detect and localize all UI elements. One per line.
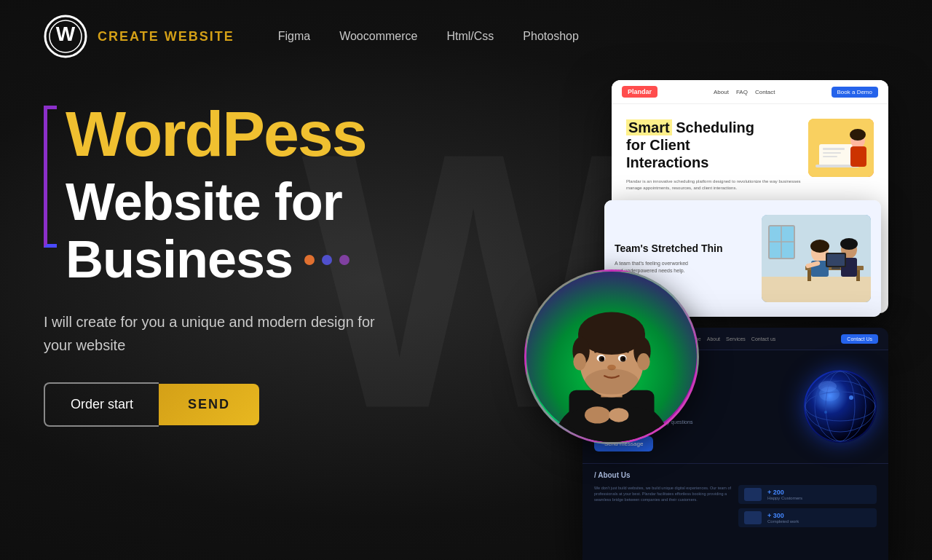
svg-point-8 <box>850 129 866 141</box>
person-circle <box>524 269 699 444</box>
preview-dark-about-title: / About Us <box>594 471 877 479</box>
preview-dark-about-section: / About Us We don't just build websites,… <box>582 463 888 535</box>
preview-nav-faq: FAQ <box>736 89 748 95</box>
dark-nav-services: Services <box>726 336 746 342</box>
preview-mid-title: Team's Stretched Thin <box>615 242 751 254</box>
svg-point-27 <box>840 238 858 250</box>
svg-point-40 <box>849 395 853 400</box>
svg-rect-7 <box>850 146 866 167</box>
preview-dark-stat-2: + 300 Completed work <box>738 508 877 527</box>
nav-link-woocommerce[interactable]: Woocommerce <box>339 30 417 43</box>
preview-nav-contact: Contact <box>755 89 775 95</box>
svg-point-34 <box>805 371 875 441</box>
preview-top-hero-title: Smart Schedulingfor ClientInteractions <box>626 119 801 171</box>
preview-dark-about-grid: We don't just build websites, we build u… <box>594 485 877 527</box>
preview-top-navbar: Plandar About FAQ Contact Book a Demo <box>612 80 888 104</box>
svg-point-62 <box>601 358 604 360</box>
headline-bracket-wrapper: WordPess Website for Business <box>44 102 510 288</box>
svg-rect-31 <box>832 267 840 269</box>
main-content: WordPess Website for Business I will cre… <box>0 73 932 560</box>
preview-top-illustration <box>808 119 874 177</box>
svg-point-49 <box>609 408 628 422</box>
svg-point-56 <box>573 353 586 370</box>
brand-name: CREATE WEBSITE <box>98 29 234 44</box>
svg-rect-10 <box>823 152 841 154</box>
svg-rect-53 <box>578 334 645 344</box>
send-button[interactable]: SEND <box>159 384 259 425</box>
stat-1-info: + 200 Happy Customers <box>767 489 802 500</box>
preview-dark-globe <box>804 370 877 443</box>
preview-top-nav-items: About FAQ Contact <box>714 89 775 95</box>
svg-rect-4 <box>819 144 856 166</box>
nav-link-figma[interactable]: Figma <box>278 30 310 43</box>
svg-rect-13 <box>762 277 871 302</box>
svg-point-63 <box>623 358 625 360</box>
svg-point-65 <box>585 369 639 395</box>
headline-wordpress: WordPess <box>66 102 510 166</box>
svg-point-39 <box>819 387 840 401</box>
svg-point-23 <box>810 240 829 253</box>
stat-1-num: + 200 <box>767 489 802 496</box>
stat-2-label: Completed work <box>767 519 799 524</box>
preview-dark-stat-1: + 200 Happy Customers <box>738 485 877 504</box>
stat-1-label: Happy Customers <box>767 496 802 500</box>
preview-dark-cta-btn: Contact Us <box>841 334 878 344</box>
preview-top-cta: Book a Demo <box>832 87 878 98</box>
svg-rect-20 <box>807 270 811 281</box>
right-section: Plandar About FAQ Contact Book a Demo Sm… <box>510 80 888 560</box>
order-start-button[interactable]: Order start <box>44 382 159 427</box>
globe-svg <box>804 370 877 443</box>
dark-nav-contact: Contact us <box>751 336 775 342</box>
dark-nav-about: About <box>707 336 720 342</box>
svg-point-41 <box>824 411 827 414</box>
svg-point-57 <box>637 353 650 370</box>
preview-dark-about-body: We don't just build websites, we build u… <box>594 485 732 527</box>
headline-business-text: Business <box>66 231 293 288</box>
preview-top-hero-body: Plandar is an innovative scheduling plat… <box>626 178 801 192</box>
nav-links: Figma Woocommerce Html/Css Photoshop <box>278 30 579 43</box>
svg-text:W: W <box>56 23 76 45</box>
svg-point-48 <box>585 406 610 423</box>
dots-decoration <box>304 255 350 265</box>
stat-2-num: + 300 <box>767 512 799 519</box>
preview-mid-text: Team's Stretched Thin A team that's feel… <box>615 242 751 275</box>
dot-orange <box>304 255 315 265</box>
preview-dark-nav-items: Home About Services Contact us <box>687 336 775 342</box>
stat-thumb-1 <box>744 488 762 501</box>
nav-link-photoshop[interactable]: Photoshop <box>523 30 579 43</box>
navbar: W CREATE WEBSITE Figma Woocommerce Html/… <box>0 0 932 73</box>
headline-business: Business <box>66 231 510 288</box>
svg-rect-30 <box>827 254 845 266</box>
preview-top-hero-text: Smart Schedulingfor ClientInteractions P… <box>626 119 801 192</box>
stat-2-info: + 300 Completed work <box>767 512 799 524</box>
headline-website: Website for <box>66 173 510 231</box>
preview-mid-illustration <box>762 215 871 302</box>
cta-buttons: Order start SEND <box>44 382 510 427</box>
dot-blue <box>322 255 332 265</box>
svg-rect-11 <box>823 156 837 157</box>
illustration-person-svg <box>808 119 874 177</box>
logo-container[interactable]: W CREATE WEBSITE <box>44 15 234 58</box>
bracket-left-decoration <box>44 106 57 248</box>
preview-nav-about: About <box>714 89 729 95</box>
hero-subtitle: I will create for you a unique and moder… <box>44 310 393 357</box>
stat-thumb-2 <box>744 511 762 524</box>
svg-rect-9 <box>823 148 845 150</box>
preview-dark-stats: + 200 Happy Customers + 300 Completed wo… <box>738 485 877 527</box>
dot-purple <box>339 255 350 265</box>
wp-logo-icon: W <box>44 15 87 58</box>
nav-link-htmlcss[interactable]: Html/Css <box>446 30 494 43</box>
left-section: WordPess Website for Business I will cre… <box>44 87 510 427</box>
person-portrait-svg <box>526 269 697 442</box>
preview-top-logo: Plandar <box>622 86 657 98</box>
smart-highlight: Smart <box>626 119 672 135</box>
office-illustration-svg <box>762 215 871 302</box>
